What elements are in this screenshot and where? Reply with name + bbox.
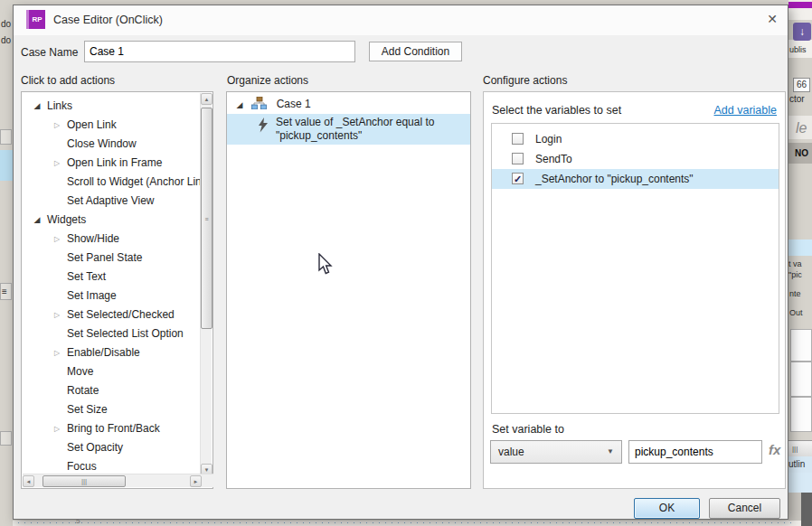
tree-item-set-image[interactable]: Set Image	[22, 286, 201, 305]
variable-row[interactable]: ✓_SetAnchor to "pickup_contents"	[492, 169, 779, 189]
variable-value-input[interactable]	[628, 440, 762, 464]
canvas-strip	[13, 521, 801, 526]
tree-item-set-selected-checked[interactable]: ▷Set Selected/Checked	[22, 305, 201, 324]
bg-fragment: ctor	[789, 94, 805, 104]
case-editor-dialog: RP Case Editor (OnClick) ✕ Case Name Add…	[13, 5, 788, 520]
add-condition-button[interactable]: Add Condition	[369, 42, 462, 61]
selected-action-row[interactable]: Set value of _SetAnchor equal to "pickup…	[227, 114, 470, 145]
bg-scrollbar-grip[interactable]: |||	[788, 440, 812, 456]
variable-row[interactable]: SendTo	[492, 149, 779, 169]
tree-item-label: Open Link	[63, 118, 117, 131]
tree-item-links[interactable]: ◢Links	[22, 97, 201, 116]
expander-icon[interactable]: ▷	[51, 154, 63, 173]
close-icon[interactable]: ✕	[760, 8, 784, 30]
tree-item-set-selected-list-option[interactable]: Set Selected List Option	[22, 324, 201, 343]
ruler-dots	[18, 522, 796, 523]
case-name-label: Case Name	[21, 46, 78, 59]
tree-item-set-size[interactable]: Set Size	[22, 400, 201, 419]
fx-expression-icon[interactable]: fx	[769, 442, 780, 457]
tree-item-label: Set Size	[63, 403, 108, 416]
tree-item-label: Show/Hide	[63, 232, 119, 245]
tree-item-label: Open Link in Frame	[63, 156, 162, 169]
select-variables-label: Select the variables to set	[492, 104, 621, 117]
tree-item-set-opacity[interactable]: Set Opacity	[22, 438, 201, 457]
variable-label: SendTo	[492, 153, 572, 165]
expander-icon[interactable]: ◢	[31, 97, 43, 116]
bg-fragment: t va	[788, 259, 802, 268]
ok-button[interactable]: OK	[634, 498, 700, 519]
bg-fragment: ≡	[2, 286, 7, 296]
tree-item-label: Close Window	[63, 137, 137, 150]
checkbox-checked-icon[interactable]: ✓	[512, 173, 524, 184]
tree-item-enable-disable[interactable]: ▷Enable/Disable	[22, 343, 201, 362]
tree-item-set-text[interactable]: Set Text	[22, 268, 201, 286]
expander-icon[interactable]: ▷	[51, 116, 63, 135]
expander-icon[interactable]: ▷	[51, 419, 63, 438]
bg-selection-band-left	[0, 150, 13, 181]
tree-item-open-link[interactable]: ▷Open Link	[22, 116, 201, 135]
scroll-right-icon[interactable]: ►	[190, 475, 202, 487]
variables-list: LoginSendTo✓_SetAnchor to "pickup_conten…	[491, 123, 779, 414]
vertical-scrollbar[interactable]: ▲ ≡ ▼	[200, 93, 212, 475]
bg-dark-scrollbar[interactable]	[801, 493, 812, 526]
expander-icon[interactable]: ◢	[234, 97, 245, 113]
tree-item-set-adaptive-view[interactable]: Set Adaptive View	[22, 192, 201, 211]
bg-selection-band	[788, 240, 812, 256]
scroll-up-icon[interactable]: ▲	[201, 93, 212, 105]
variable-row[interactable]: Login	[492, 129, 779, 149]
add-variable-link[interactable]: Add variable	[714, 104, 778, 117]
tree-item-open-link-in-frame[interactable]: ▷Open Link in Frame	[22, 154, 201, 173]
set-method-dropdown[interactable]: value ▼	[490, 440, 622, 464]
configure-actions-header: Configure actions	[483, 74, 567, 87]
scroll-left-icon[interactable]: ◄	[23, 475, 34, 487]
lightning-bolt-icon	[258, 117, 269, 133]
horizontal-scrollbar[interactable]: ◄ ||| ►	[23, 474, 213, 487]
expander-icon[interactable]: ▷	[51, 305, 63, 324]
tree-item-rotate[interactable]: Rotate	[22, 381, 201, 400]
tree-item-label: Focus	[63, 460, 97, 473]
bg-fragment: do	[1, 35, 11, 45]
actions-tree: ◢Links▷Open LinkClose Window▷Open Link i…	[22, 92, 201, 474]
expander-icon[interactable]: ▷	[51, 343, 63, 362]
tree-item-bring-to-front-back[interactable]: ▷Bring to Front/Back	[22, 419, 201, 438]
tree-item-close-window[interactable]: Close Window	[22, 135, 201, 154]
configure-panel: Select the variables to set Add variable…	[483, 91, 786, 489]
case-sitemap-icon	[251, 97, 267, 109]
tree-item-label: Set Text	[63, 270, 106, 283]
tree-item-label: Enable/Disable	[63, 346, 140, 359]
bg-purple-bar	[788, 2, 812, 8]
tree-item-show-hide[interactable]: ▷Show/Hide	[22, 230, 201, 249]
tree-item-move[interactable]: Move	[22, 362, 201, 381]
actions-panel: ◢Links▷Open LinkClose Window▷Open Link i…	[21, 91, 213, 489]
tree-item-label: Bring to Front/Back	[63, 422, 160, 435]
tree-item-set-panel-state[interactable]: Set Panel State	[22, 249, 201, 268]
tree-item-label: Links	[43, 99, 72, 112]
bg-row-box	[790, 397, 812, 432]
expander-icon[interactable]: ◢	[31, 211, 43, 230]
chevron-down-icon: ▼	[607, 441, 614, 463]
cancel-button[interactable]: Cancel	[709, 498, 780, 519]
bg-row-box	[790, 329, 812, 362]
axure-rp-icon: RP	[26, 10, 45, 29]
add-actions-header: Click to add actions	[21, 74, 115, 87]
tree-item-focus[interactable]: Focus	[22, 457, 201, 474]
tree-item-scroll-to-widget-anchor-link[interactable]: Scroll to Widget (Anchor Link)	[22, 173, 201, 192]
expander-icon[interactable]: ▷	[51, 230, 63, 249]
bg-tool-box	[0, 431, 12, 446]
checkbox-unchecked-icon[interactable]	[512, 153, 524, 164]
case-tree-row[interactable]: ◢ Case 1	[227, 96, 470, 112]
bg-fragment: ↓	[793, 23, 811, 41]
tree-item-label: Set Image	[63, 289, 117, 302]
organize-panel: ◢ Case 1 Set value of _SetAnchor equal t…	[226, 91, 471, 489]
case-name-input[interactable]	[84, 41, 355, 62]
tree-item-label: Set Selected/Checked	[63, 308, 175, 321]
horizontal-scroll-thumb[interactable]: |||	[42, 475, 126, 487]
vertical-scroll-thumb[interactable]: ≡	[201, 108, 212, 329]
dialog-titlebar[interactable]: RP Case Editor (OnClick) ✕	[14, 5, 788, 35]
bg-row-box	[790, 362, 812, 397]
checkbox-unchecked-icon[interactable]	[512, 133, 524, 145]
tree-item-label: Move	[63, 365, 93, 378]
tree-item-widgets[interactable]: ◢Widgets	[22, 211, 201, 230]
bg-fragment: "pic	[788, 270, 802, 279]
bg-tool-box	[0, 129, 12, 145]
